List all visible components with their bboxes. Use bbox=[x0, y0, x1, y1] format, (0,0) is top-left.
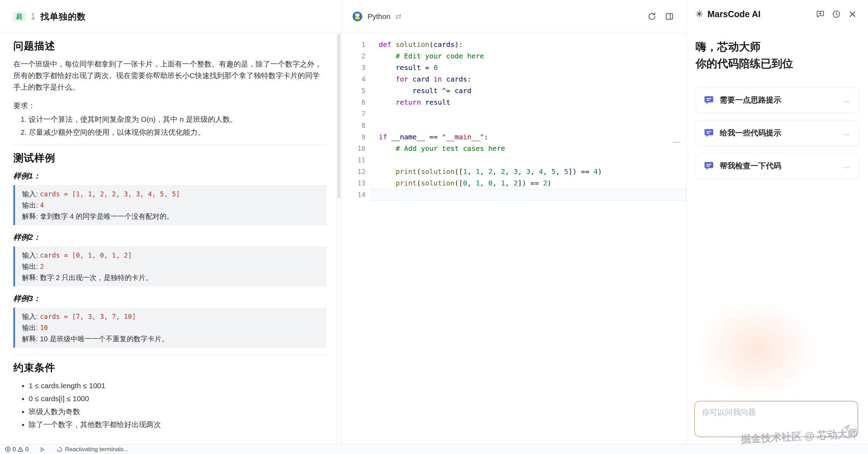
decorative-glow bbox=[697, 301, 816, 399]
chat-bubble-icon bbox=[704, 95, 714, 105]
sample-row-code: cards = [7, 3, 3, 7, 10] bbox=[40, 313, 136, 320]
ai-suggestions: 需要一点思路提示→给我一些代码提示→帮我检查一下代码→ bbox=[686, 72, 868, 179]
run-icon[interactable] bbox=[40, 447, 45, 452]
code-line[interactable] bbox=[372, 189, 686, 201]
chat-input[interactable] bbox=[695, 401, 858, 436]
sample-block: 输入: cards = [1, 1, 2, 2, 3, 3, 4, 5, 5]输… bbox=[13, 185, 327, 225]
sample-row: 输入: cards = [7, 3, 3, 7, 10] bbox=[22, 311, 320, 322]
code-line[interactable] bbox=[372, 108, 686, 120]
code-line[interactable]: # Edit your code here bbox=[372, 50, 686, 62]
code-editor[interactable]: 1234567891011121314 def solution(cards):… bbox=[342, 33, 686, 444]
code-line[interactable]: if __name__ == "__main__": bbox=[372, 131, 686, 143]
sample-row-code: 4 bbox=[40, 201, 44, 209]
problem-scrollbar bbox=[336, 33, 341, 444]
line-number: 8 bbox=[342, 120, 372, 131]
code-line[interactable]: for card in cards: bbox=[372, 74, 686, 85]
code-line[interactable] bbox=[372, 120, 686, 131]
line-number: 4 bbox=[342, 74, 372, 85]
ai-greeting-line2: 你的代码陪练已到位 bbox=[696, 55, 859, 72]
arrow-right-icon: → bbox=[842, 95, 851, 106]
ai-suggestion-label: 给我一些代码提示 bbox=[720, 128, 836, 138]
problem-number: 1 bbox=[31, 12, 35, 21]
sample-row-code: 2 bbox=[40, 263, 44, 270]
sample-row-label: 解释: bbox=[22, 212, 40, 220]
ai-panel-header: ✳ MarsCode AI bbox=[686, 0, 868, 28]
send-icon[interactable] bbox=[841, 422, 852, 433]
sample-row-code: 10 bbox=[40, 324, 48, 331]
requirements-label: 要求： bbox=[13, 100, 327, 111]
sample-block: 输入: cards = [7, 3, 3, 7, 10]输出: 10解释: 10… bbox=[13, 308, 327, 348]
editor-header: Python ⇄ bbox=[342, 0, 686, 33]
terminal-status: Reactivating terminals... bbox=[57, 446, 128, 453]
code-line[interactable]: # Add your test cases here bbox=[372, 143, 686, 154]
chat-bubble-icon bbox=[704, 128, 714, 138]
ai-suggestion-label: 需要一点思路提示 bbox=[720, 95, 836, 105]
code-line[interactable]: def solution(cards): bbox=[372, 39, 686, 50]
code-line[interactable]: print(solution([0, 1, 0, 1, 2]) == 2) bbox=[372, 177, 686, 189]
constraint-item: 1 ≤ cards.length ≤ 1001 bbox=[29, 380, 327, 391]
code-line[interactable]: result = 0 bbox=[372, 62, 686, 74]
problem-content: 问题描述 在一个班级中，每位同学都拿到了一张卡片，上面有一个整数。有趣的是，除了… bbox=[0, 33, 336, 444]
sample-row-label: 解释: bbox=[22, 335, 40, 343]
switch-language-icon[interactable]: ⇄ bbox=[395, 12, 401, 21]
sample-row: 输出: 2 bbox=[22, 261, 320, 272]
constraint-item: 班级人数为奇数 bbox=[29, 406, 327, 417]
requirement-item: 设计一个算法，使其时间复杂度为 O(n)，其中 n 是班级的人数。 bbox=[29, 113, 327, 125]
sample-row-label: 输出: bbox=[22, 201, 40, 209]
sample-row-label: 输入: bbox=[22, 190, 40, 198]
sample-row: 输出: 4 bbox=[22, 200, 320, 211]
ai-suggestion-label: 帮我检查一下代码 bbox=[720, 161, 836, 171]
line-number: 10 bbox=[342, 143, 372, 154]
line-number: 5 bbox=[342, 85, 372, 97]
overview-ruler-mark bbox=[673, 142, 681, 143]
chat-input-box bbox=[694, 401, 858, 437]
sample-label: 样例3： bbox=[13, 293, 327, 304]
sample-row: 输入: cards = [0, 1, 0, 1, 2] bbox=[22, 250, 320, 261]
requirements-list: 设计一个算法，使其时间复杂度为 O(n)，其中 n 是班级的人数。尽量减少额外空… bbox=[13, 113, 327, 138]
language-label: Python bbox=[368, 12, 390, 21]
new-chat-icon[interactable] bbox=[814, 8, 826, 20]
ai-suggestion-card[interactable]: 需要一点思路提示→ bbox=[696, 88, 859, 113]
problem-header: 易 1 找单独的数 bbox=[0, 0, 341, 33]
divider bbox=[13, 145, 327, 145]
main-area: 易 1 找单独的数 问题描述 在一个班级中，每位同学都拿到了一张卡片，上面有一个… bbox=[0, 0, 868, 444]
code-line[interactable]: print(solution([1, 1, 2, 2, 3, 3, 4, 5, … bbox=[372, 166, 686, 177]
ai-suggestion-card[interactable]: 帮我检查一下代码→ bbox=[696, 153, 859, 179]
layout-panel-icon[interactable] bbox=[663, 10, 676, 23]
sample-row-code: cards = [1, 1, 2, 2, 3, 3, 4, 5, 5] bbox=[40, 190, 180, 198]
samples: 样例1：输入: cards = [1, 1, 2, 2, 3, 3, 4, 5,… bbox=[13, 170, 327, 348]
sample-row-label: 解释: bbox=[22, 274, 40, 281]
line-number: 13 bbox=[342, 177, 372, 189]
line-number: 9 bbox=[342, 131, 372, 143]
problems-indicator[interactable]: 0 0 bbox=[5, 446, 29, 453]
ai-greeting: 嗨，芯动大师 你的代码陪练已到位 bbox=[686, 28, 868, 72]
line-number: 14 bbox=[342, 189, 372, 201]
problem-title: 找单独的数 bbox=[41, 11, 86, 22]
code-line[interactable]: return result bbox=[372, 97, 686, 108]
difficulty-badge: 易 bbox=[13, 12, 26, 21]
code-line[interactable] bbox=[372, 154, 686, 166]
status-bar: 0 0 Reactivating terminals... bbox=[0, 444, 868, 454]
error-count: 0 bbox=[13, 446, 16, 453]
line-numbers: 1234567891011121314 bbox=[342, 33, 372, 444]
line-number: 7 bbox=[342, 108, 372, 120]
code-lines: def solution(cards): # Edit your code he… bbox=[372, 33, 686, 444]
sample-row: 解释: 拿到数字 4 的同学是唯一一个没有配对的。 bbox=[22, 211, 320, 222]
sample-row: 解释: 数字 2 只出现一次，是独特的卡片。 bbox=[22, 272, 320, 283]
app: 易 1 找单独的数 问题描述 在一个班级中，每位同学都拿到了一张卡片，上面有一个… bbox=[0, 0, 868, 454]
arrow-right-icon: → bbox=[842, 161, 851, 172]
requirement-item: 尽量减少额外空间的使用，以体现你的算法优化能力。 bbox=[29, 126, 327, 138]
close-icon[interactable] bbox=[846, 8, 858, 20]
constraint-item: 0 ≤ cards[i] ≤ 1000 bbox=[29, 393, 327, 404]
sample-row: 输出: 10 bbox=[22, 322, 320, 333]
scrollbar-thumb[interactable] bbox=[337, 34, 340, 198]
sample-row-text: 10 是班级中唯一一个不重复的数字卡片。 bbox=[40, 335, 169, 343]
reset-code-button[interactable] bbox=[646, 10, 658, 23]
ai-suggestion-card[interactable]: 给我一些代码提示→ bbox=[696, 120, 859, 146]
code-line[interactable]: result ^= card bbox=[372, 85, 686, 97]
history-icon[interactable] bbox=[830, 8, 842, 20]
sample-row-text: 拿到数字 4 的同学是唯一一个没有配对的。 bbox=[40, 212, 173, 220]
ai-panel: ✳ MarsCode AI 嗨，芯动大师 你的代码陪练已到位 需要一点思路提示→… bbox=[686, 0, 868, 444]
line-number: 1 bbox=[342, 39, 372, 50]
marscode-logo-icon: ✳ bbox=[696, 9, 703, 19]
